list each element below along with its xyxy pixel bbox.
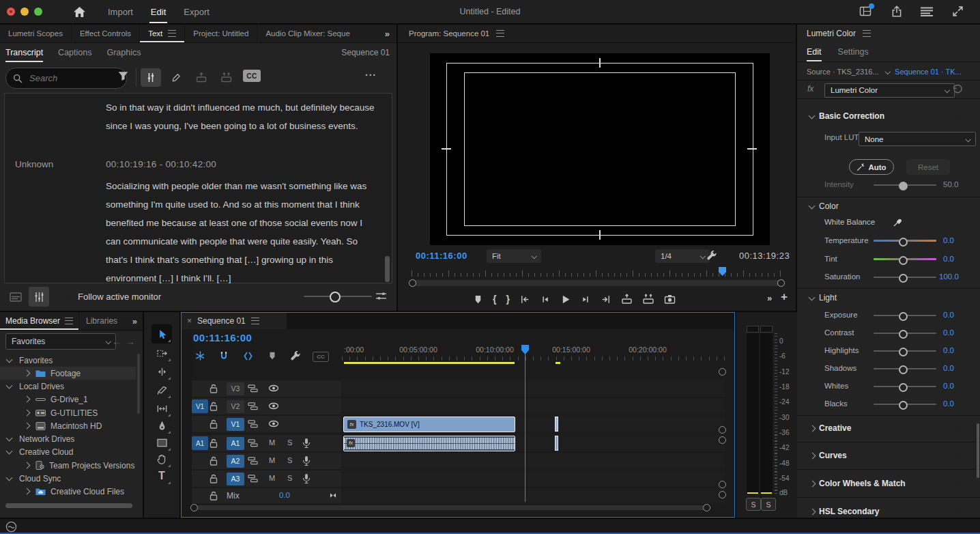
solo-button[interactable]: S	[287, 438, 292, 447]
edit-transcript-button[interactable]	[166, 68, 186, 87]
pen-tool[interactable]	[152, 416, 172, 435]
shadows-value[interactable]: 0.0	[943, 364, 954, 372]
workspaces-icon[interactable]	[859, 5, 872, 17]
effect-dropdown[interactable]: Lumetri Color	[824, 83, 955, 98]
filter-icon[interactable]	[117, 70, 129, 82]
lumetri-tab-edit[interactable]: Edit	[807, 42, 822, 61]
linked-selection-icon[interactable]	[243, 351, 253, 361]
track-visibility-eye-icon[interactable]	[268, 419, 279, 428]
tint-slider-knob[interactable]	[899, 256, 908, 265]
search-input[interactable]	[28, 72, 99, 84]
razor-tool[interactable]	[152, 380, 172, 399]
track-scroll-knob[interactable]	[719, 368, 726, 376]
subtab-captions[interactable]: Captions	[58, 48, 91, 57]
mute-button[interactable]: M	[269, 474, 275, 482]
play-button[interactable]	[560, 294, 571, 305]
window-zoom-button[interactable]	[34, 8, 42, 16]
snap-magnet-icon[interactable]	[219, 351, 229, 361]
creative-cloud-icon[interactable]	[5, 521, 17, 533]
track-lock-icon[interactable]	[210, 456, 218, 466]
lift-segment-button[interactable]	[191, 68, 212, 87]
track-visibility-eye-icon[interactable]	[268, 402, 279, 410]
panel-tab-audio-clip-mixer[interactable]: Audio Clip Mixer: Seque	[257, 25, 358, 42]
tree-item-footage[interactable]: Footage	[0, 367, 136, 380]
track-lock-icon[interactable]	[210, 419, 218, 429]
subtab-graphics[interactable]: Graphics	[106, 48, 141, 57]
share-icon[interactable]	[891, 5, 903, 18]
voiceover-record-mic-icon[interactable]	[302, 455, 311, 466]
track-lane-a3[interactable]	[341, 470, 725, 487]
track-lock-icon[interactable]	[210, 474, 218, 483]
sync-lock-icon[interactable]	[248, 384, 258, 393]
chevron-down-icon[interactable]	[884, 69, 890, 74]
lumetri-panel-menu-icon[interactable]	[863, 30, 871, 37]
program-monitor[interactable]	[430, 53, 770, 245]
mark-in-icon[interactable]: {	[493, 294, 496, 305]
tree-scrollbar[interactable]	[137, 354, 140, 414]
lift-icon[interactable]	[621, 294, 633, 305]
tree-item-macintosh-hd[interactable]: Macintosh HD	[0, 419, 136, 432]
nav-forward-icon[interactable]: →	[126, 336, 135, 347]
program-time-ruler[interactable]	[412, 268, 783, 277]
favorites-dropdown[interactable]: Favorites	[5, 333, 116, 350]
timeline-hscrollbar-track[interactable]	[196, 505, 706, 510]
contrast-slider-knob[interactable]	[899, 330, 908, 339]
fullscreen-icon[interactable]	[952, 5, 964, 17]
sync-lock-icon[interactable]	[248, 419, 258, 429]
whites-value[interactable]: 0.0	[943, 382, 954, 390]
source-clip-tab[interactable]: Source · TKS_2316...	[807, 68, 879, 76]
mix-volume-value[interactable]: 0.0	[279, 491, 290, 499]
mute-button[interactable]: M	[269, 438, 275, 447]
add-button-icon[interactable]: +	[781, 290, 788, 304]
fit-dropdown[interactable]: Fit	[487, 249, 541, 263]
section-color-header[interactable]: Color	[797, 199, 980, 214]
program-current-timecode[interactable]: 00:11:16:00	[416, 251, 467, 261]
titlebar-tab-export[interactable]: Export	[184, 7, 210, 17]
home-icon[interactable]	[74, 7, 85, 17]
ripple-edit-tool[interactable]	[152, 362, 172, 381]
intensity-slider-knob[interactable]	[899, 182, 908, 191]
track-visibility-eye-icon[interactable]	[268, 384, 279, 393]
timeline-timecode[interactable]: 00:11:16:00	[193, 332, 252, 343]
solo-right-button[interactable]: S	[761, 498, 776, 511]
playback-resolution-dropdown[interactable]: 1/4	[655, 249, 710, 263]
segment-view-button[interactable]	[29, 287, 49, 307]
timeline-hscrollbar-handle-left[interactable]	[190, 504, 198, 511]
step-back-icon[interactable]	[540, 294, 550, 305]
panel-tab-project[interactable]: Project: Untitled	[185, 25, 257, 42]
track-scroll-knob[interactable]	[719, 491, 726, 498]
scrollbar-handle-left[interactable]	[409, 279, 416, 287]
transport-overflow-icon[interactable]: »	[767, 293, 772, 303]
media-browser-menu-icon[interactable]	[65, 318, 73, 324]
highlights-slider-knob[interactable]	[899, 348, 908, 356]
tree-group-local-drives[interactable]: Local Drives	[0, 380, 136, 393]
sync-lock-icon[interactable]	[248, 474, 258, 483]
panel-tab-effect-controls[interactable]: Effect Controls	[72, 25, 140, 42]
track-select-forward-tool[interactable]	[152, 343, 172, 363]
sequence-clip-tab[interactable]: Sequence 01 · TK...	[895, 68, 962, 76]
window-minimize-button[interactable]	[20, 8, 29, 16]
transcript-speaker[interactable]: Unknown	[15, 159, 53, 169]
tree-item-team-projects[interactable]: Team Projects Versions	[0, 459, 136, 472]
highlights-value[interactable]: 0.0	[943, 346, 954, 354]
track-scroll-knob[interactable]	[719, 426, 726, 434]
video-clip-fragment[interactable]	[555, 417, 558, 432]
export-frame-icon[interactable]	[664, 294, 676, 305]
program-scrollbar[interactable]	[409, 279, 785, 287]
temperature-slider-knob[interactable]	[899, 238, 908, 247]
exposure-value[interactable]: 0.0	[943, 311, 954, 319]
titlebar-tab-edit[interactable]: Edit	[151, 0, 166, 23]
track-button-a2[interactable]: A2	[227, 455, 244, 468]
section-basic-correction-header[interactable]: Basic Correction	[797, 109, 980, 124]
quick-export-menu-icon[interactable]	[920, 6, 934, 16]
audio-clip[interactable]: fx	[343, 436, 515, 451]
video-clip[interactable]: fx TKS_2316.MOV [V]	[343, 417, 515, 432]
intensity-value[interactable]: 50.0	[943, 180, 958, 188]
tree-group-favorites[interactable]: Favorites	[0, 354, 136, 367]
sync-lock-icon[interactable]	[248, 402, 258, 411]
subtab-transcript[interactable]: Transcript	[5, 43, 43, 62]
blacks-value[interactable]: 0.0	[943, 399, 954, 408]
program-panel-menu-icon[interactable]	[496, 30, 504, 37]
transcript-content[interactable]: So in that way it didn't influenced me m…	[4, 93, 392, 283]
panel-overflow-icon[interactable]: »	[378, 29, 397, 39]
